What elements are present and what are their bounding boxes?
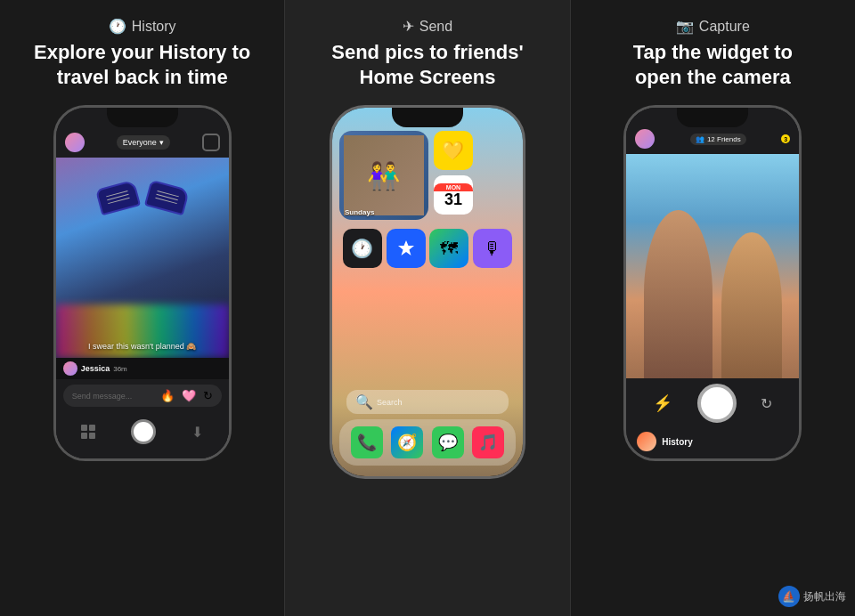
capture-phone: 👥 12 Friends 3 ⚡ ↻ xyxy=(623,105,802,461)
history-title: History xyxy=(132,19,176,35)
home-search[interactable]: 🔍 Search xyxy=(346,390,509,414)
capture-icon: 📷 xyxy=(676,18,694,35)
widget-row: 👫 Sundays 💛 MON 31 xyxy=(339,131,516,220)
locket-widget: 👫 Sundays xyxy=(339,131,428,220)
send-title: Send xyxy=(419,19,452,35)
grid-icon[interactable] xyxy=(81,425,95,439)
phone-notch xyxy=(107,108,178,127)
rotate-icon[interactable]: ↻ xyxy=(761,395,772,412)
camera-shutter-row: ⚡ ↻ xyxy=(626,378,799,428)
user-avatar xyxy=(63,361,77,376)
photo-area: I swear this wasn't planned 🙈 xyxy=(56,158,229,358)
refresh-emoji: ↻ xyxy=(203,389,213,402)
apps-row-1: 🕐 🗺 🎙 xyxy=(339,229,516,268)
message-input[interactable]: Send message... 🔥 🩷 ↻ xyxy=(63,385,222,407)
phone-left-content: Everyone ▾ xyxy=(56,108,229,458)
chat-icon[interactable] xyxy=(202,134,220,151)
calendar-icon: MON 31 xyxy=(434,175,473,215)
shoe-left xyxy=(95,180,141,216)
user-tag: Jessica 36m xyxy=(56,358,229,379)
flash-icon[interactable]: ⚡ xyxy=(653,393,672,413)
shoes-image xyxy=(89,166,196,247)
home-screen: 👫 Sundays 💛 MON 31 🕐 xyxy=(332,108,523,476)
search-label: Search xyxy=(377,398,403,407)
center-phone-notch xyxy=(392,108,463,127)
person-1 xyxy=(644,210,713,378)
dock: 📞 🧭 💬 🎵 xyxy=(339,419,516,466)
widget-photo: 👫 xyxy=(339,131,428,220)
watermark: ⛵ 扬帆出海 xyxy=(778,586,846,607)
right-avatar xyxy=(635,129,655,149)
friends-photo: 👫 xyxy=(344,135,424,215)
send-panel: ✈ Send Send pics to friends' Home Screen… xyxy=(284,0,570,616)
home-screen-content: 👫 Sundays 💛 MON 31 🕐 xyxy=(332,108,523,390)
history-panel: 🕐 History Explore your History to travel… xyxy=(0,0,284,616)
fire-emoji: 🔥 xyxy=(160,389,175,402)
send-heading: Send pics to friends' Home Screens xyxy=(331,40,524,89)
history-label-text: History xyxy=(662,437,692,447)
capture-heading: Tap the widget to open the camera xyxy=(633,40,793,89)
friends-badge[interactable]: 👥 12 Friends xyxy=(690,134,746,145)
dock-phone: 📞 xyxy=(351,426,383,458)
photo-caption: I swear this wasn't planned 🙈 xyxy=(63,342,222,351)
person-2 xyxy=(721,232,782,378)
clock-icon: 🕐 xyxy=(343,229,382,268)
history-widget-avatar xyxy=(637,432,656,451)
locket-icon: 💛 xyxy=(434,131,473,170)
download-icon[interactable]: ⬇ xyxy=(191,424,203,441)
watermark-text: 扬帆出海 xyxy=(803,589,846,604)
widget-stack: 💛 MON 31 xyxy=(434,131,473,220)
send-title-row: ✈ Send xyxy=(403,18,452,35)
right-phone-notch xyxy=(677,108,748,127)
maps-icon: 🗺 xyxy=(429,229,468,268)
capture-panel: 📷 Capture Tap the widget to open the cam… xyxy=(571,0,855,616)
photo-background: I swear this wasn't planned 🙈 xyxy=(56,158,229,358)
history-label-row: History xyxy=(626,428,799,458)
avatar xyxy=(65,133,85,152)
dock-music: 🎵 xyxy=(472,426,504,458)
everyone-dropdown[interactable]: Everyone ▾ xyxy=(117,135,170,150)
friends-count: 12 Friends xyxy=(707,135,741,143)
widget-label: Sundays xyxy=(345,208,374,216)
notif-area: 3 xyxy=(781,134,790,143)
podcasts-icon: 🎙 xyxy=(473,229,512,268)
send-phone: 👫 Sundays 💛 MON 31 🕐 xyxy=(330,105,525,479)
shoe-right xyxy=(144,180,190,216)
send-icon: ✈ xyxy=(403,18,414,35)
phone-right-content: 👥 12 Friends 3 ⚡ ↻ xyxy=(626,108,799,458)
calendar-date: 31 xyxy=(444,191,462,207)
history-phone: Everyone ▾ xyxy=(53,105,232,461)
watermark-icon: ⛵ xyxy=(778,586,800,607)
shutter-button[interactable] xyxy=(131,419,156,444)
phone-footer: Send message... 🔥 🩷 ↻ ⬇ xyxy=(56,379,229,458)
history-heading: Explore your History to travel back in t… xyxy=(34,40,250,89)
shutter-large[interactable] xyxy=(697,384,737,423)
heart-emoji: 🩷 xyxy=(182,389,196,402)
notification-dot: 3 xyxy=(781,134,790,143)
history-icon: 🕐 xyxy=(109,18,126,35)
selfie-photo xyxy=(626,154,799,378)
user-time: 36m xyxy=(113,365,127,373)
dock-safari: 🧭 xyxy=(391,426,423,458)
search-icon: 🔍 xyxy=(355,393,373,410)
history-title-row: 🕐 History xyxy=(109,18,176,35)
emoji-row: 🔥 🩷 ↻ xyxy=(160,389,213,402)
user-name: Jessica xyxy=(81,364,110,373)
phone-bottom-bar: ⬇ xyxy=(63,414,222,453)
dock-messages: 💬 xyxy=(432,426,464,458)
capture-title-row: 📷 Capture xyxy=(676,18,750,35)
capture-title: Capture xyxy=(699,19,750,35)
appstore-icon xyxy=(387,229,426,268)
message-placeholder: Send message... xyxy=(72,392,133,401)
friends-icon: 👥 xyxy=(696,135,704,143)
